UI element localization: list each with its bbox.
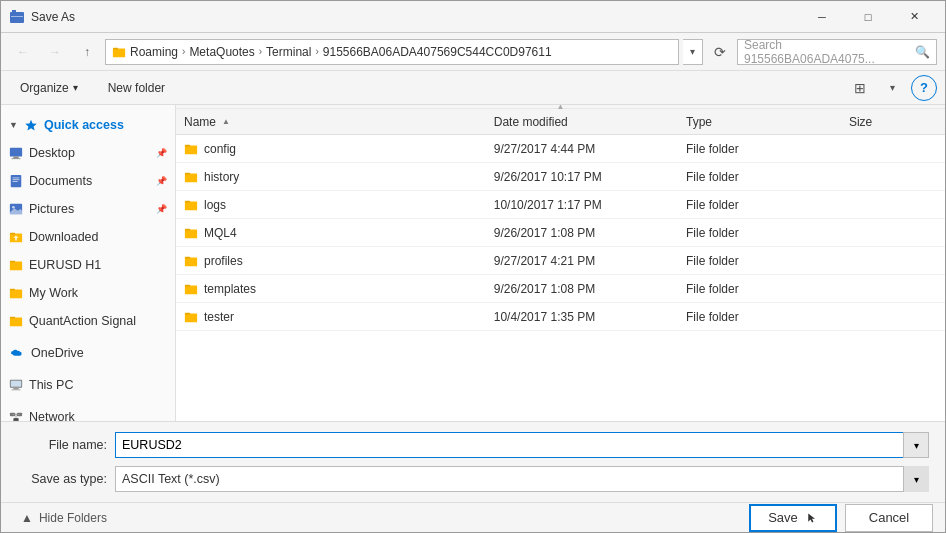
svg-rect-8 <box>12 158 21 159</box>
sidebar-item-quantaction[interactable]: QuantAction Signal <box>1 307 175 335</box>
sidebar-item-network[interactable]: Network <box>1 403 175 421</box>
new-folder-button[interactable]: New folder <box>97 75 176 101</box>
file-type: File folder <box>678 142 841 156</box>
file-name: profiles <box>204 254 243 268</box>
action-buttons: Save Cancel <box>749 504 933 532</box>
svg-rect-48 <box>185 312 190 314</box>
address-dropdown[interactable]: ▾ <box>683 39 703 65</box>
file-list: ▲ Name ▲ Date modified Type Size <box>176 105 945 421</box>
folder-icon <box>184 254 198 268</box>
sidebar-item-documents[interactable]: Documents 📌 <box>1 167 175 195</box>
sidebar-item-onedrive[interactable]: OneDrive <box>1 339 175 367</box>
svg-rect-21 <box>10 290 22 299</box>
sidebar-label-onedrive: OneDrive <box>31 346 84 360</box>
address-path[interactable]: Roaming › MetaQuotes › Terminal › 915566… <box>105 39 679 65</box>
col-header-date[interactable]: Date modified <box>486 115 678 129</box>
breadcrumb-roaming[interactable]: Roaming <box>130 45 178 59</box>
onedrive-section: OneDrive <box>1 339 175 367</box>
close-button[interactable]: ✕ <box>891 1 937 33</box>
view-button[interactable]: ⊞ <box>847 75 873 101</box>
file-date: 9/26/2017 1:08 PM <box>486 226 678 240</box>
col-header-size[interactable]: Size <box>841 115 945 129</box>
address-bar: ← → ↑ Roaming › MetaQuotes › Terminal › … <box>1 33 945 71</box>
search-icon[interactable]: 🔍 <box>915 45 930 59</box>
table-row[interactable]: profiles 9/27/2017 4:21 PM File folder <box>176 247 945 275</box>
svg-rect-40 <box>185 200 190 202</box>
file-type: File folder <box>678 254 841 268</box>
quick-access-header[interactable]: ▼ Quick access <box>1 111 175 139</box>
bottom-section: File name: ▾ Save as type: ASCII Text (*… <box>1 421 945 502</box>
quick-access-section: ▼ Quick access Desktop 📌 <box>1 111 175 335</box>
svg-rect-35 <box>185 145 197 154</box>
filename-input[interactable] <box>115 432 904 458</box>
filetype-select[interactable]: ASCII Text (*.csv) <box>115 466 929 492</box>
eurusd-folder-icon <box>9 258 23 272</box>
sidebar-item-eurusd[interactable]: EURUSD H1 <box>1 251 175 279</box>
sidebar-item-mywork[interactable]: My Work <box>1 279 175 307</box>
svg-rect-23 <box>10 318 22 327</box>
breadcrumb-metaquotes[interactable]: MetaQuotes <box>189 45 254 59</box>
table-row[interactable]: logs 10/10/2017 1:17 PM File folder <box>176 191 945 219</box>
quick-access-star-icon <box>24 118 38 132</box>
svg-rect-17 <box>10 233 15 235</box>
svg-rect-37 <box>185 173 197 182</box>
file-name: MQL4 <box>204 226 237 240</box>
breadcrumb-terminal-id[interactable]: 915566BA06ADA407569C544CC0D97611 <box>323 45 552 59</box>
svg-rect-26 <box>13 388 18 390</box>
thispc-section: This PC <box>1 371 175 399</box>
sidebar-item-desktop[interactable]: Desktop 📌 <box>1 139 175 167</box>
downloaded-folder-icon <box>9 230 23 244</box>
svg-rect-39 <box>185 201 197 210</box>
maximize-button[interactable]: □ <box>845 1 891 33</box>
svg-rect-36 <box>185 144 190 146</box>
svg-rect-11 <box>13 179 20 180</box>
file-date: 9/26/2017 1:08 PM <box>486 282 678 296</box>
pin-icon-pictures: 📌 <box>156 204 167 214</box>
svg-rect-43 <box>185 257 197 266</box>
file-name: tester <box>204 310 234 324</box>
col-header-type[interactable]: Type <box>678 115 841 129</box>
pin-icon-documents: 📌 <box>156 176 167 186</box>
sidebar-label-pictures: Pictures <box>29 202 74 216</box>
back-button[interactable]: ← <box>9 39 37 65</box>
view-dropdown-button[interactable]: ▾ <box>879 75 905 101</box>
forward-button[interactable]: → <box>41 39 69 65</box>
sidebar-item-thispc[interactable]: This PC <box>1 371 175 399</box>
up-button[interactable]: ↑ <box>73 39 101 65</box>
title-bar: Save As ─ □ ✕ <box>1 1 945 33</box>
svg-rect-28 <box>11 381 22 387</box>
table-row[interactable]: templates 9/26/2017 1:08 PM File folder <box>176 275 945 303</box>
sidebar-item-pictures[interactable]: Pictures 📌 <box>1 195 175 223</box>
network-section: Network <box>1 403 175 421</box>
mywork-folder-icon <box>9 286 23 300</box>
breadcrumb-terminal[interactable]: Terminal <box>266 45 311 59</box>
minimize-button[interactable]: ─ <box>799 1 845 33</box>
table-row[interactable]: MQL4 9/26/2017 1:08 PM File folder <box>176 219 945 247</box>
table-row[interactable]: config 9/27/2017 4:44 PM File folder <box>176 135 945 163</box>
hide-folders-button[interactable]: ▲ Hide Folders <box>13 507 115 529</box>
svg-rect-44 <box>185 256 190 258</box>
table-row[interactable]: history 9/26/2017 10:17 PM File folder <box>176 163 945 191</box>
search-box[interactable]: Search 915566BA06ADA4075... 🔍 <box>737 39 937 65</box>
toolbar: Organize ▾ New folder ⊞ ▾ ? <box>1 71 945 105</box>
col-header-name[interactable]: Name ▲ <box>176 115 486 129</box>
filename-dropdown-button[interactable]: ▾ <box>903 432 929 458</box>
sidebar-label-thispc: This PC <box>29 378 73 392</box>
file-date: 10/10/2017 1:17 PM <box>486 198 678 212</box>
organize-button[interactable]: Organize ▾ <box>9 75 89 101</box>
svg-rect-1 <box>12 10 16 13</box>
file-name: history <box>204 170 239 184</box>
svg-rect-22 <box>10 289 15 291</box>
save-button[interactable]: Save <box>749 504 837 532</box>
file-date: 10/4/2017 1:35 PM <box>486 310 678 324</box>
table-row[interactable]: tester 10/4/2017 1:35 PM File folder <box>176 303 945 331</box>
sidebar-label-desktop: Desktop <box>29 146 75 160</box>
svg-rect-27 <box>12 389 21 390</box>
cancel-button[interactable]: Cancel <box>845 504 933 532</box>
file-type: File folder <box>678 226 841 240</box>
sidebar-item-downloaded[interactable]: Downloaded <box>1 223 175 251</box>
filetype-label: Save as type: <box>17 472 107 486</box>
refresh-button[interactable]: ⟳ <box>707 39 733 65</box>
help-button[interactable]: ? <box>911 75 937 101</box>
sort-arrow: ▲ <box>222 117 230 126</box>
